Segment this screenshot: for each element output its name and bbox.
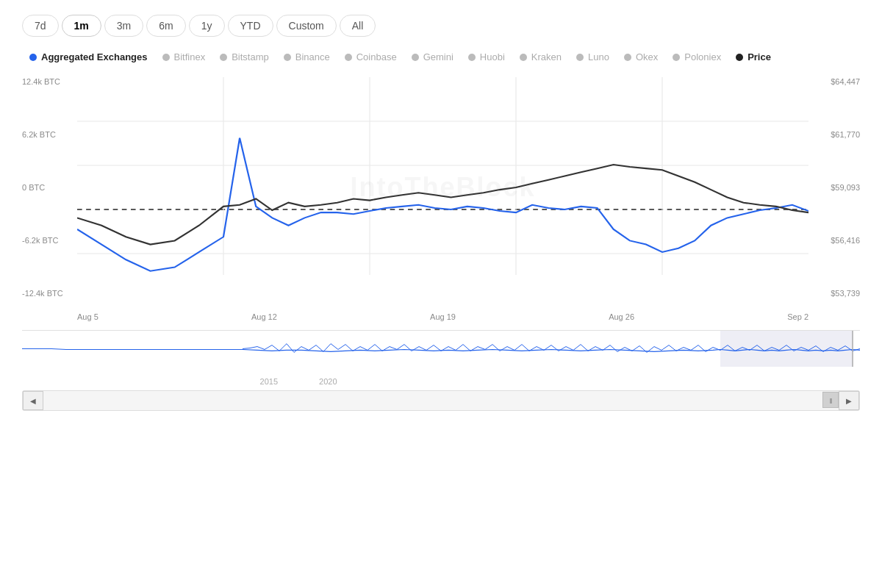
- x-label-aug19: Aug 19: [430, 312, 456, 321]
- legend-label-aggregated: Aggregated Exchanges: [41, 51, 148, 62]
- legend-kraken[interactable]: Kraken: [520, 51, 562, 62]
- legend-label-bitstamp: Bitstamp: [232, 51, 269, 62]
- chart-wrapper: 12.4k BTC 6.2k BTC 0 BTC -6.2k BTC -12.4…: [22, 77, 860, 411]
- scroll-left-button[interactable]: ◀: [23, 391, 43, 410]
- legend-dot-okex: [624, 54, 631, 61]
- legend-dot-kraken: [520, 54, 527, 61]
- btn-7d[interactable]: 7d: [22, 15, 59, 37]
- legend-dot-binance: [284, 54, 291, 61]
- legend-label-poloniex: Poloniex: [684, 51, 721, 62]
- legend-label-luno: Luno: [588, 51, 609, 62]
- btn-1m[interactable]: 1m: [62, 15, 101, 37]
- legend-label-okex: Okex: [636, 51, 658, 62]
- mini-chart-svg-container: [22, 331, 860, 367]
- legend-dot-poloniex: [673, 54, 680, 61]
- mini-chart-svg: [22, 331, 860, 367]
- legend-bitstamp[interactable]: Bitstamp: [220, 51, 269, 62]
- y-left-label-3: -6.2k BTC: [22, 236, 59, 245]
- y-left-label-0: 12.4k BTC: [22, 77, 60, 86]
- legend-binance[interactable]: Binance: [284, 51, 330, 62]
- y-right-label-4: $53,739: [831, 289, 860, 298]
- y-right-label-3: $56,416: [831, 236, 860, 245]
- y-left-label-1: 6.2k BTC: [22, 130, 56, 139]
- legend-label-bitfinex: Bitfinex: [174, 51, 206, 62]
- legend-label-gemini: Gemini: [423, 51, 453, 62]
- legend-label-coinbase: Coinbase: [356, 51, 397, 62]
- legend-luno[interactable]: Luno: [576, 51, 609, 62]
- x-label-aug5: Aug 5: [77, 312, 98, 321]
- legend-gemini[interactable]: Gemini: [412, 51, 453, 62]
- legend-dot-bitstamp: [220, 54, 227, 61]
- legend-poloniex[interactable]: Poloniex: [673, 51, 721, 62]
- y-right-label-0: $64,447: [831, 77, 860, 86]
- x-label-aug12: Aug 12: [251, 312, 277, 321]
- btn-ytd[interactable]: YTD: [228, 15, 273, 37]
- chart-legend: Aggregated Exchanges Bitfinex Bitstamp B…: [22, 51, 860, 62]
- legend-label-huobi: Huobi: [480, 51, 505, 62]
- chart-svg: [77, 77, 808, 298]
- scrollbar-track[interactable]: [43, 391, 839, 410]
- legend-okex[interactable]: Okex: [624, 51, 658, 62]
- btn-custom[interactable]: Custom: [276, 15, 337, 37]
- x-label-sep2: Sep 2: [787, 312, 808, 321]
- legend-dot-gemini: [412, 54, 419, 61]
- legend-label-kraken: Kraken: [531, 51, 562, 62]
- legend-coinbase[interactable]: Coinbase: [345, 51, 397, 62]
- legend-dot-coinbase: [345, 54, 352, 61]
- mini-x-label-2020: 2020: [319, 377, 337, 386]
- legend-dot-price: [736, 54, 743, 61]
- legend-dot-huobi: [468, 54, 476, 61]
- legend-bitfinex[interactable]: Bitfinex: [162, 51, 206, 62]
- legend-label-price: Price: [747, 51, 771, 62]
- y-left-label-4: -12.4k BTC: [22, 289, 63, 298]
- chart-svg-container: IntoTheBlock: [77, 77, 808, 298]
- legend-aggregated-exchanges[interactable]: Aggregated Exchanges: [29, 51, 148, 62]
- btn-6m[interactable]: 6m: [146, 15, 185, 37]
- legend-dot-bitfinex: [162, 54, 170, 61]
- time-range-bar: 7d 1m 3m 6m 1y YTD Custom All: [22, 15, 860, 37]
- btn-3m[interactable]: 3m: [104, 15, 143, 37]
- main-container: 7d 1m 3m 6m 1y YTD Custom All Aggregated…: [0, 0, 882, 588]
- y-axis-left: 12.4k BTC 6.2k BTC 0 BTC -6.2k BTC -12.4…: [22, 77, 77, 298]
- main-chart-area: 12.4k BTC 6.2k BTC 0 BTC -6.2k BTC -12.4…: [22, 77, 860, 327]
- y-axis-right: $64,447 $61,770 $59,093 $56,416 $53,739: [808, 77, 860, 298]
- legend-label-binance: Binance: [295, 51, 330, 62]
- btn-1y[interactable]: 1y: [189, 15, 225, 37]
- legend-huobi[interactable]: Huobi: [468, 51, 505, 62]
- y-left-label-2: 0 BTC: [22, 183, 45, 192]
- scrollbar-area: ◀ ▶: [22, 390, 860, 411]
- mini-x-label-2015: 2015: [260, 377, 278, 386]
- mini-x-axis: 2015 2020: [22, 367, 860, 386]
- y-right-label-2: $59,093: [831, 183, 860, 192]
- y-right-label-1: $61,770: [831, 130, 860, 139]
- x-axis: Aug 5 Aug 12 Aug 19 Aug 26 Sep 2: [77, 298, 808, 327]
- x-label-aug26: Aug 26: [609, 312, 634, 321]
- legend-price[interactable]: Price: [736, 51, 771, 62]
- legend-dot-luno: [576, 54, 584, 61]
- scroll-right-button[interactable]: ▶: [839, 391, 859, 410]
- mini-chart-area: 2015 2020: [22, 330, 860, 389]
- scrollbar-thumb[interactable]: [822, 392, 839, 408]
- btn-all[interactable]: All: [340, 15, 376, 37]
- legend-dot-aggregated: [29, 54, 37, 61]
